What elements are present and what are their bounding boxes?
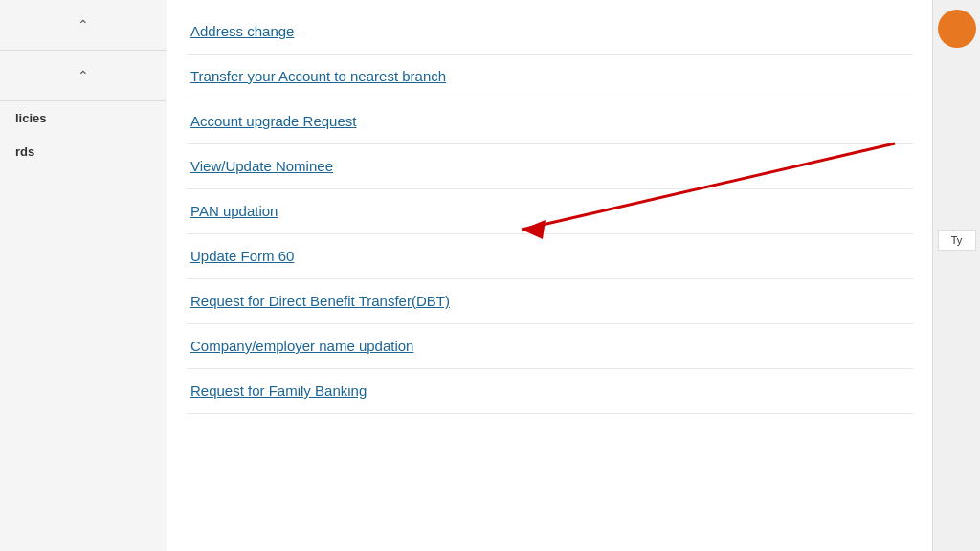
- dbt-request-link[interactable]: Request for Direct Benefit Transfer(DBT): [190, 293, 450, 309]
- transfer-account-link[interactable]: Transfer your Account to nearest branch: [190, 68, 446, 84]
- list-item: Address change: [187, 10, 913, 55]
- list-item: Account upgrade Request: [187, 99, 913, 144]
- company-employer-link[interactable]: Company/employer name updation: [190, 338, 413, 354]
- sidebar-label-licies: licies: [0, 101, 167, 135]
- sidebar-section-2: ⌃: [0, 51, 167, 101]
- view-update-nominee-link[interactable]: View/Update Nominee: [190, 158, 333, 174]
- main-content: Address change Transfer your Account to …: [167, 0, 932, 551]
- family-banking-link[interactable]: Request for Family Banking: [190, 383, 367, 399]
- list-item: Update Form 60: [187, 234, 913, 279]
- pan-updation-link[interactable]: PAN updation: [190, 203, 278, 219]
- list-item: Company/employer name updation: [187, 324, 913, 369]
- list-item: Request for Family Banking: [187, 369, 913, 414]
- list-item: Request for Direct Benefit Transfer(DBT): [187, 279, 913, 324]
- right-panel: Ty: [932, 0, 980, 551]
- sidebar-chevron-2[interactable]: ⌃: [0, 60, 167, 91]
- sidebar: ⌃ ⌃ licies rds: [0, 0, 167, 551]
- list-item: Transfer your Account to nearest branch: [187, 55, 913, 99]
- address-change-link[interactable]: Address change: [190, 23, 294, 39]
- menu-list: Address change Transfer your Account to …: [187, 10, 913, 414]
- sidebar-chevron-1[interactable]: ⌃: [0, 10, 167, 40]
- account-upgrade-link[interactable]: Account upgrade Request: [190, 113, 356, 129]
- list-item: PAN updation: [187, 189, 913, 234]
- type-box: Ty: [938, 230, 976, 251]
- list-item: View/Update Nominee: [187, 144, 913, 189]
- sidebar-label-rds: rds: [0, 135, 167, 168]
- avatar: [938, 10, 976, 48]
- update-form-60-link[interactable]: Update Form 60: [190, 248, 294, 264]
- sidebar-section-1: ⌃: [0, 0, 167, 51]
